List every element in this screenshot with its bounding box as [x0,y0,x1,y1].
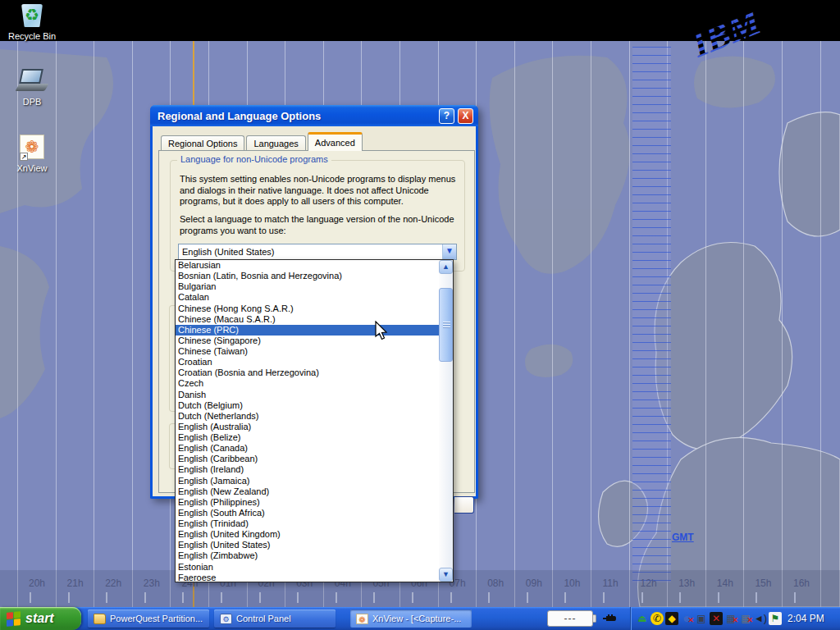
hour-tick [564,592,566,603]
language-list-item[interactable]: Chinese (PRC) [176,325,439,336]
diamond-utility-icon[interactable]: ◆ [665,612,678,625]
language-list-item[interactable]: Belarusian [176,260,439,271]
language-list-item[interactable]: English (Canada) [176,443,439,454]
language-list-item[interactable]: English (New Zealand) [176,486,439,497]
combobox-dropdown-icon[interactable]: ▼ [442,244,456,259]
hour-tick [30,592,31,603]
taskbar-button-3[interactable]: ❁XnView - [<Capture-... [350,609,472,628]
recycle-bin-icon: ♻ [17,2,47,29]
scrollbar-thumb[interactable] [439,288,453,362]
language-list-item[interactable]: Chinese (Taiwan) [176,346,439,357]
hour-tick [336,592,337,603]
icon-label: DPB [1,97,63,107]
task-button-label: XnView - [<Capture-... [372,614,461,623]
language-list-item[interactable]: Catalan [176,292,439,303]
language-list-item[interactable]: Croatian [176,357,439,368]
instruction-text: Select a language to match the language … [180,214,470,236]
hour-label: 13h [678,578,695,589]
control-panel-icon: ⚙ [220,614,232,624]
hour-label: 22h [105,578,121,589]
language-list-item[interactable]: English (Ireland) [176,464,439,475]
language-list-item[interactable]: English (South Africa) [176,508,439,518]
language-list-item[interactable]: English (United States) [176,540,439,550]
language-list-item[interactable]: English (Caribbean) [176,454,439,464]
dialog-titlebar[interactable]: Regional and Language Options ? X [150,105,478,126]
taskbar-button-2[interactable]: ⚙Control Panel [214,609,336,628]
notebook-flag-icon[interactable]: ⚑ [769,612,782,625]
desktop-icon-recycle-bin[interactable]: ♻ Recycle Bin [1,2,63,41]
contacts-offline-icon[interactable]: ☻✕ [680,612,693,625]
hour-tick [68,592,70,603]
hour-tick [679,592,681,603]
language-list-item[interactable]: Estonian [176,562,439,573]
hour-label: 11h [602,578,618,589]
timezone-line [820,41,821,607]
language-list-item[interactable]: Dutch (Belgium) [176,400,439,411]
timezone-line [552,41,553,607]
tv-tuner-disabled-icon[interactable]: ✕ [710,612,723,625]
disabled-x-overlay: ✕ [687,614,694,627]
hour-tick [259,592,261,603]
task-button-label: PowerQuest Partition... [110,614,203,623]
scroll-up-icon[interactable]: ▲ [439,260,453,274]
language-list-item[interactable]: English (Jamaica) [176,476,439,486]
taskbar-clock[interactable]: 2:04 PM [788,613,824,624]
close-button[interactable]: X [458,108,473,124]
laptop-icon [17,68,47,94]
language-list-item[interactable]: Czech [176,378,439,389]
combobox-value: English (United States) [179,244,456,259]
hour-tick [221,592,222,603]
disabled-x-overlay: ✕ [732,614,738,627]
taskbar-button-1[interactable]: PowerQuest Partition... [88,609,209,628]
tray-icon-glyph: ⚑ [769,612,782,625]
icon-label: Recycle Bin [1,31,63,41]
hour-tick [450,592,452,603]
language-list-item[interactable]: Chinese (Singapore) [176,336,439,346]
tab-advanced[interactable]: Advanced [308,132,363,151]
apply-button-fragment[interactable] [454,496,474,514]
language-combobox[interactable]: English (United States) ▼ [178,244,457,260]
safely-remove-hardware-icon[interactable]: ⏏ [636,612,649,625]
hour-tick [603,592,605,603]
language-list-item[interactable]: Chinese (Macau S.A.R.) [176,314,439,325]
tab-languages[interactable]: Languages [246,135,305,151]
scroll-down-icon[interactable]: ▼ [439,568,453,582]
help-button[interactable]: ? [439,108,454,124]
hour-tick [182,592,184,603]
language-list-item[interactable]: Chinese (Hong Kong S.A.R.) [176,304,439,314]
network-computer-icon[interactable]: ▣ [695,612,708,625]
wireless-disabled-icon[interactable]: ▦✕ [739,612,752,625]
timezone-line [743,41,744,607]
language-list-item[interactable]: English (United Kingdom) [176,529,439,540]
tab-regional-options[interactable]: Regional Options [161,135,244,151]
desktop-icon-dpb[interactable]: DPB [1,68,63,107]
desktop-icon-xnview[interactable]: ❁ ↗ XnView [1,135,63,173]
timezone-line [17,41,18,607]
language-list-item[interactable]: English (Trinidad) [176,518,439,529]
language-list-item[interactable]: Bulgarian [176,281,439,292]
tray-icon-glyph: ◆ [665,612,678,625]
hour-tick [718,592,719,603]
timezone-line [132,41,133,607]
language-list-item[interactable]: Dutch (Netherlands) [176,411,439,422]
language-list-item[interactable]: Bosnian (Latin, Bosnia and Herzegovina) [176,271,439,281]
language-list-item[interactable]: English (Zimbabwe) [176,550,439,561]
language-list-item[interactable]: English (Philippines) [176,497,439,508]
battery-meter[interactable]: --- [547,610,593,627]
folder-icon [94,614,106,624]
language-list-item[interactable]: Danish [176,390,439,400]
display-disabled-icon[interactable]: ▦✕ [724,612,737,625]
svg-text:IBM: IBM [685,1,767,59]
timezone-line [629,41,630,607]
phone-utility-icon[interactable]: ✆ [651,612,664,625]
start-button[interactable]: start [0,607,81,630]
language-list-item[interactable]: Faeroese [176,573,439,582]
language-list-item[interactable]: English (Australia) [176,422,439,432]
gmt-meridian-band [632,47,671,582]
language-dropdown-list: BelarusianBosnian (Latin, Bosnia and Her… [175,259,454,582]
list-scrollbar[interactable]: ▲ ▼ [439,260,453,582]
language-list-item[interactable]: English (Belize) [176,432,439,443]
tab-strip: Regional OptionsLanguagesAdvanced [161,135,364,151]
volume-icon[interactable]: ◄) [754,612,767,625]
language-list-item[interactable]: Croatian (Bosnia and Herzegovina) [176,368,439,378]
